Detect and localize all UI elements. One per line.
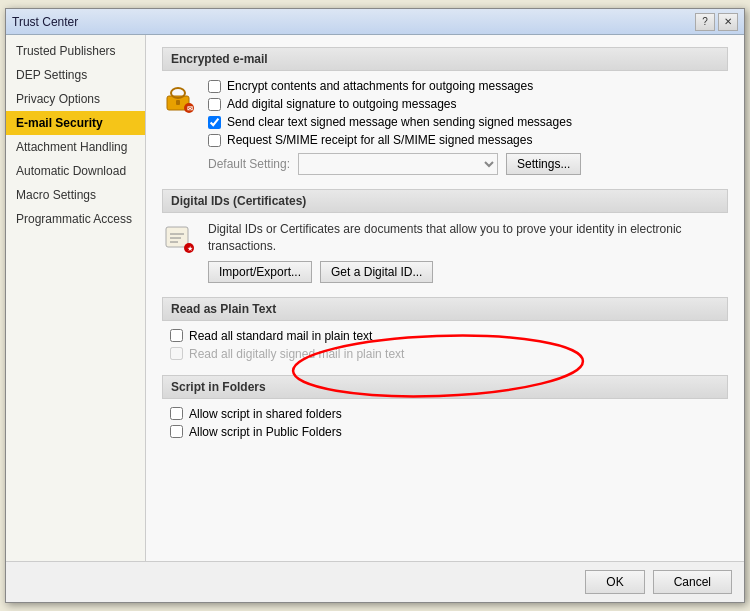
script-in-folders-section: Script in Folders Allow script in shared… (162, 375, 728, 439)
encrypt-contents-checkbox[interactable] (208, 80, 221, 93)
script-in-folders-header: Script in Folders (162, 375, 728, 399)
add-digital-sig-checkbox[interactable] (208, 98, 221, 111)
default-setting-label: Default Setting: (208, 157, 290, 171)
digital-ids-header: Digital IDs (Certificates) (162, 189, 728, 213)
cancel-button[interactable]: Cancel (653, 570, 732, 594)
svg-rect-5 (166, 227, 188, 247)
encrypted-email-section: Encrypted e-mail ✉ (162, 47, 728, 175)
read-signed-plain-checkbox[interactable] (170, 347, 183, 360)
sidebar-item-macro-settings[interactable]: Macro Settings (6, 183, 145, 207)
sidebar-item-email-security[interactable]: E-mail Security (6, 111, 145, 135)
sidebar-item-programmatic-access[interactable]: Programmatic Access (6, 207, 145, 231)
send-clear-text-checkbox[interactable] (208, 116, 221, 129)
digital-ids-description: Digital IDs or Certificates are document… (208, 221, 728, 255)
allow-script-shared-checkbox[interactable] (170, 407, 183, 420)
default-setting-select[interactable] (298, 153, 498, 175)
read-standard-plain-label: Read all standard mail in plain text (189, 329, 372, 343)
add-digital-sig-row: Add digital signature to outgoing messag… (208, 97, 728, 111)
allow-script-public-checkbox[interactable] (170, 425, 183, 438)
encrypt-contents-row: Encrypt contents and attachments for out… (208, 79, 728, 93)
ok-button[interactable]: OK (585, 570, 644, 594)
read-standard-plain-row: Read all standard mail in plain text (162, 329, 728, 343)
read-plain-text-section: Read as Plain Text Read all standard mai… (162, 297, 728, 361)
allow-script-shared-row: Allow script in shared folders (162, 407, 728, 421)
request-smime-checkbox[interactable] (208, 134, 221, 147)
read-signed-plain-label: Read all digitally signed mail in plain … (189, 347, 404, 361)
get-digital-id-button[interactable]: Get a Digital ID... (320, 261, 433, 283)
svg-text:✉: ✉ (187, 105, 193, 112)
titlebar: Trust Center ? ✕ (6, 9, 744, 35)
lock-email-icon: ✉ (162, 79, 198, 115)
sidebar-item-automatic-download[interactable]: Automatic Download (6, 159, 145, 183)
send-clear-text-row: Send clear text signed message when send… (208, 115, 728, 129)
sidebar: Trusted Publishers DEP Settings Privacy … (6, 35, 146, 561)
sidebar-item-trusted-publishers[interactable]: Trusted Publishers (6, 39, 145, 63)
window-title: Trust Center (12, 15, 78, 29)
allow-script-public-label: Allow script in Public Folders (189, 425, 342, 439)
request-smime-label: Request S/MIME receipt for all S/MIME si… (227, 133, 532, 147)
help-button[interactable]: ? (695, 13, 715, 31)
svg-rect-2 (176, 100, 180, 105)
read-standard-plain-checkbox[interactable] (170, 329, 183, 342)
svg-text:★: ★ (187, 245, 193, 252)
sidebar-item-dep-settings[interactable]: DEP Settings (6, 63, 145, 87)
dialog-footer: OK Cancel (6, 561, 744, 602)
request-smime-row: Request S/MIME receipt for all S/MIME si… (208, 133, 728, 147)
add-digital-sig-label: Add digital signature to outgoing messag… (227, 97, 456, 111)
encrypted-email-header: Encrypted e-mail (162, 47, 728, 71)
encrypt-options: Encrypt contents and attachments for out… (208, 79, 728, 175)
main-content: Encrypted e-mail ✉ (146, 35, 744, 561)
dialog-body: Trusted Publishers DEP Settings Privacy … (6, 35, 744, 561)
import-export-button[interactable]: Import/Export... (208, 261, 312, 283)
encrypt-contents-label: Encrypt contents and attachments for out… (227, 79, 533, 93)
certificate-icon: ★ (162, 221, 198, 257)
sidebar-item-privacy-options[interactable]: Privacy Options (6, 87, 145, 111)
allow-script-public-row: Allow script in Public Folders (162, 425, 728, 439)
encrypt-section-body: ✉ Encrypt contents and attachments for o… (162, 79, 728, 175)
trust-center-dialog: Trust Center ? ✕ Trusted Publishers DEP … (5, 8, 745, 603)
digital-ids-buttons: Import/Export... Get a Digital ID... (208, 261, 728, 283)
digital-ids-body: ★ Digital IDs or Certificates are docume… (162, 221, 728, 283)
digital-ids-section: Digital IDs (Certificates) ★ Di (162, 189, 728, 283)
default-setting-row: Default Setting: Settings... (208, 153, 728, 175)
titlebar-buttons: ? ✕ (695, 13, 738, 31)
settings-button[interactable]: Settings... (506, 153, 581, 175)
sidebar-item-attachment-handling[interactable]: Attachment Handling (6, 135, 145, 159)
allow-script-shared-label: Allow script in shared folders (189, 407, 342, 421)
close-button[interactable]: ✕ (718, 13, 738, 31)
digital-ids-content: Digital IDs or Certificates are document… (208, 221, 728, 283)
read-plain-text-header: Read as Plain Text (162, 297, 728, 321)
read-signed-plain-row: Read all digitally signed mail in plain … (162, 347, 728, 361)
send-clear-text-label: Send clear text signed message when send… (227, 115, 572, 129)
